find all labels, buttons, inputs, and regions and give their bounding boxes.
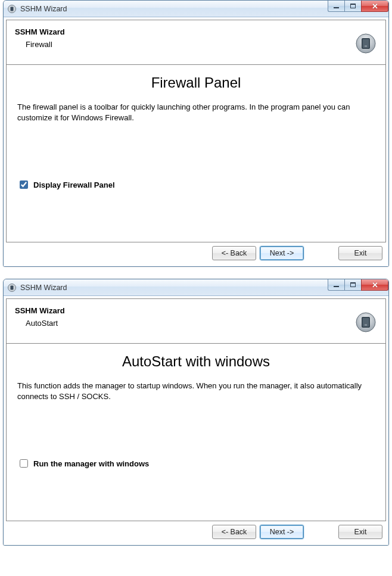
close-button[interactable]: ✕ (361, 1, 388, 12)
display-firewall-label[interactable]: Display Firewall Panel (33, 180, 115, 189)
back-button[interactable]: <- Back (212, 246, 256, 260)
minimize-button[interactable] (328, 1, 344, 12)
wizard-header: SSHM Wizard AutoStart (6, 298, 386, 344)
wizard-content: Firewall Panel The firewall panel is a t… (6, 65, 386, 242)
wizard-header: SSHM Wizard Firewall (6, 20, 386, 65)
wizard-header-title: SSHM Wizard (15, 306, 377, 315)
minimize-button[interactable] (328, 279, 344, 291)
close-button[interactable]: ✕ (361, 279, 388, 291)
run-manager-checkbox-row: Run the manager with windows (17, 457, 149, 469)
client-area: SSHM Wizard Firewall Fir (4, 17, 388, 266)
content-title: AutoStart with windows (17, 353, 375, 370)
client-area: SSHM Wizard AutoStart Au (4, 296, 388, 545)
svg-rect-7 (11, 285, 14, 289)
content-description: This function adds the manager to startu… (17, 381, 375, 401)
app-icon (7, 283, 17, 292)
svg-rect-11 (365, 324, 367, 326)
nav-button-group: <- Back Next -> (212, 246, 304, 260)
window-title: SSHM Wizard (20, 5, 67, 13)
window-controls: ✕ (328, 1, 388, 13)
next-button[interactable]: Next -> (260, 525, 304, 539)
wizard-header-icon (356, 33, 376, 54)
titlebar[interactable]: SSHM Wizard ✕ (4, 1, 388, 17)
nav-button-group: <- Back Next -> (212, 525, 304, 539)
display-firewall-checkbox-row: Display Firewall Panel (17, 179, 115, 191)
wizard-header-subtitle: Firewall (15, 40, 377, 49)
maximize-button[interactable] (344, 1, 361, 12)
content-description: The firewall panel is a toolbar for quic… (17, 102, 375, 123)
button-bar: <- Back Next -> Exit (6, 521, 386, 543)
app-icon (7, 4, 17, 14)
window-title: SSHM Wizard (20, 284, 67, 292)
next-button[interactable]: Next -> (260, 246, 304, 260)
wizard-header-icon (356, 312, 376, 332)
wizard-window-autostart: SSHM Wizard ✕ SSHM Wizard AutoStart (3, 279, 389, 546)
wizard-header-subtitle: AutoStart (15, 319, 377, 328)
button-bar: <- Back Next -> Exit (6, 242, 386, 264)
wizard-content: AutoStart with windows This function add… (6, 344, 386, 521)
display-firewall-checkbox[interactable] (20, 180, 28, 189)
window-controls: ✕ (328, 279, 388, 291)
maximize-button[interactable] (344, 279, 361, 291)
titlebar[interactable]: SSHM Wizard ✕ (4, 279, 388, 296)
svg-rect-1 (11, 7, 14, 11)
back-button[interactable]: <- Back (212, 525, 256, 539)
wizard-window-firewall: SSHM Wizard ✕ SSHM Wizard Firewall (3, 0, 389, 267)
exit-button[interactable]: Exit (338, 525, 382, 539)
wizard-header-title: SSHM Wizard (15, 27, 377, 36)
run-manager-label[interactable]: Run the manager with windows (33, 459, 149, 468)
run-manager-checkbox[interactable] (20, 459, 28, 468)
svg-rect-5 (365, 45, 367, 47)
exit-button[interactable]: Exit (338, 246, 382, 260)
content-title: Firewall Panel (17, 74, 375, 91)
